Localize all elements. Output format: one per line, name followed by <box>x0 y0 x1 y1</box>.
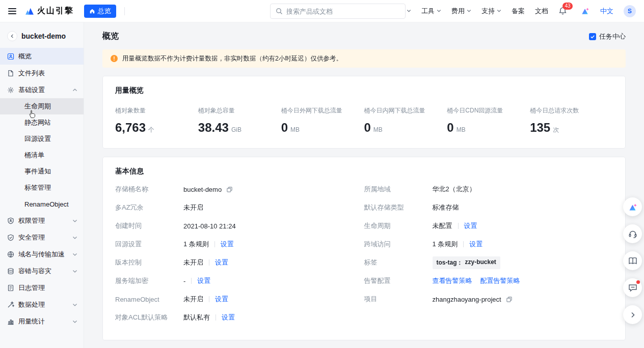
sidebar-item-log-management[interactable]: 日志管理 <box>0 279 84 296</box>
sidebar-subitem-tag-management[interactable]: 标签管理 <box>0 180 84 196</box>
bucket-header: bucket-demo <box>0 22 84 48</box>
sidebar-item-label: 域名与传输加速 <box>18 250 65 259</box>
stat-unit: MB <box>373 126 383 133</box>
row-bucket-name: 存储桶名称 bucket-demo <box>115 180 364 198</box>
row-acl-policy: 对象ACL默认策略 默认私有 设置 <box>115 308 364 327</box>
configure-alarm-policy-link[interactable]: 配置告警策略 <box>480 276 520 285</box>
chevron-down-icon <box>467 9 471 13</box>
sidebar: bucket-demo 概览 文件列表 基础设置 <box>0 22 84 348</box>
tag-key: tos-tag： <box>437 258 463 267</box>
page-header: 概览 任务中心 <box>102 22 626 42</box>
notification-badge: 43 <box>562 3 573 10</box>
hamburger-menu-icon[interactable] <box>8 8 16 14</box>
nav-tools[interactable]: 工具 <box>421 7 441 16</box>
stat-unit: MB <box>457 126 466 133</box>
view-alarm-policy-link[interactable]: 查看告警策略 <box>433 276 472 285</box>
origin-settings-link[interactable]: 设置 <box>221 240 234 249</box>
cors-settings-link[interactable]: 设置 <box>469 240 482 249</box>
sidebar-subitem-origin-settings[interactable]: 回源设置 <box>0 131 84 147</box>
sidebar-item-domain-acceleration[interactable]: 域名与传输加速 <box>0 246 84 263</box>
copy-icon[interactable] <box>506 296 513 303</box>
encryption-settings-link[interactable]: 设置 <box>197 276 210 285</box>
sidebar-subitem-static-website[interactable]: 静态网站 <box>0 114 84 131</box>
row-alarm-config: 告警配置 查看告警策略 配置告警策略 <box>364 272 613 290</box>
bar-chart-icon <box>7 318 14 325</box>
task-center-button[interactable]: 任务中心 <box>589 32 626 41</box>
rewards-icon[interactable] <box>580 6 590 16</box>
basic-info-card: 基本信息 存储桶名称 bucket-demo 多AZ冗余 未开启 <box>102 157 626 340</box>
basic-info-grid: 存储桶名称 bucket-demo 多AZ冗余 未开启 创建时间 2021-08… <box>115 180 613 327</box>
bucket-title: bucket-demo <box>21 32 66 40</box>
sidebar-subitem-label: 回源设置 <box>24 134 51 143</box>
notifications-button[interactable]: 43 <box>558 7 567 15</box>
search-box[interactable] <box>270 4 406 19</box>
nav-billing[interactable]: 费用 <box>451 7 471 16</box>
sidebar-item-fault-tolerance[interactable]: 容错与容灾 <box>0 263 84 279</box>
notice-text: 用量概览数据不作为计费计量数据，非实时数据（约有2小时延迟）仅供参考。 <box>122 54 342 63</box>
row-created-time: 创建时间 2021-08-10 21:24 <box>115 217 364 235</box>
lifecycle-settings-link[interactable]: 设置 <box>464 221 477 230</box>
acl-settings-link[interactable]: 设置 <box>222 313 235 322</box>
sidebar-subitem-label: 桶清单 <box>24 151 44 160</box>
overview-icon <box>7 53 14 60</box>
nav-support[interactable]: 支持 <box>481 7 501 16</box>
rename-settings-link[interactable]: 设置 <box>215 295 228 304</box>
sidebar-item-label: 日志管理 <box>18 283 45 293</box>
nav-docs-label: 文档 <box>535 7 548 16</box>
sidebar-item-label: 权限管理 <box>18 216 45 225</box>
row-project: 项目 zhangzhaoyang-project <box>364 290 613 308</box>
user-avatar[interactable]: S <box>624 5 636 17</box>
sidebar-subitem-label: 事件通知 <box>24 167 51 176</box>
sidebar-item-basic-settings[interactable]: 基础设置 <box>0 81 84 98</box>
search-input[interactable] <box>286 8 400 15</box>
tag-chip: tos-tag： zzy-bucket <box>433 256 500 269</box>
database-icon <box>7 268 14 275</box>
header-nav: 企业 工具 费用 支持 备案 文档 43 <box>391 5 636 17</box>
docs-float-button[interactable] <box>623 251 642 270</box>
sidebar-item-security-management[interactable]: 安全管理 <box>0 229 84 246</box>
sidebar-subitem-lifecycle[interactable]: 生命周期 <box>0 98 84 114</box>
copy-icon[interactable] <box>226 186 233 193</box>
sidebar-item-data-processing[interactable]: 数据处理 <box>0 296 84 313</box>
divider <box>191 278 192 284</box>
sidebar-subitem-rename-object[interactable]: RenameObject <box>0 196 84 212</box>
sidebar-item-usage-statistics[interactable]: 用量统计 <box>0 313 84 330</box>
card-title: 基本信息 <box>115 167 613 176</box>
nav-support-label: 支持 <box>481 7 495 16</box>
sidebar-item-permission-management[interactable]: 权限管理 <box>0 212 84 229</box>
versioning-settings-link[interactable]: 设置 <box>215 258 228 267</box>
sidebar-subitem-bucket-inventory[interactable]: 桶清单 <box>0 147 84 163</box>
globe-icon <box>7 251 14 258</box>
brand-logo[interactable]: 火山引擎 <box>24 6 74 16</box>
shield-person-icon <box>7 217 14 224</box>
console-overview-label: 总览 <box>98 7 111 16</box>
sidebar-subitem-label: 标签管理 <box>24 183 51 192</box>
row-origin-settings: 回源设置 1 条规则 设置 <box>115 235 364 253</box>
divider <box>216 314 216 321</box>
stat-value: 0 <box>364 121 370 135</box>
chevron-left-icon <box>10 34 15 39</box>
language-switcher[interactable]: 中文 <box>600 7 613 16</box>
search-icon <box>276 8 283 15</box>
support-float-button[interactable] <box>623 224 642 243</box>
basic-info-right-column: 所属地域 华北2（北京） 默认存储类型 标准存储 生命周期 未配置 设置 <box>364 180 613 327</box>
feedback-float-button[interactable] <box>623 278 642 297</box>
divider <box>209 259 209 266</box>
nav-icp[interactable]: 备案 <box>512 7 525 16</box>
sidebar-item-file-list[interactable]: 文件列表 <box>0 65 84 81</box>
stat-object-count: 桶对象数量 6,763个 <box>115 106 198 135</box>
rewards-float-button[interactable] <box>623 197 642 216</box>
chevron-down-icon <box>72 235 77 240</box>
back-button[interactable] <box>7 31 17 41</box>
nav-docs[interactable]: 文档 <box>535 7 548 16</box>
console-overview-button[interactable]: 总览 <box>84 5 116 18</box>
sidebar-item-overview[interactable]: 概览 <box>0 48 84 65</box>
collapse-float-button[interactable] <box>623 305 642 324</box>
file-icon <box>7 70 14 77</box>
row-region: 所属地域 华北2（北京） <box>364 180 613 198</box>
nav-icp-label: 备案 <box>512 7 525 16</box>
page-layout: bucket-demo 概览 文件列表 基础设置 <box>0 22 644 348</box>
sidebar-subitem-event-notification[interactable]: 事件通知 <box>0 163 84 180</box>
card-title: 用量概览 <box>115 86 613 95</box>
chevron-down-icon <box>497 9 501 13</box>
